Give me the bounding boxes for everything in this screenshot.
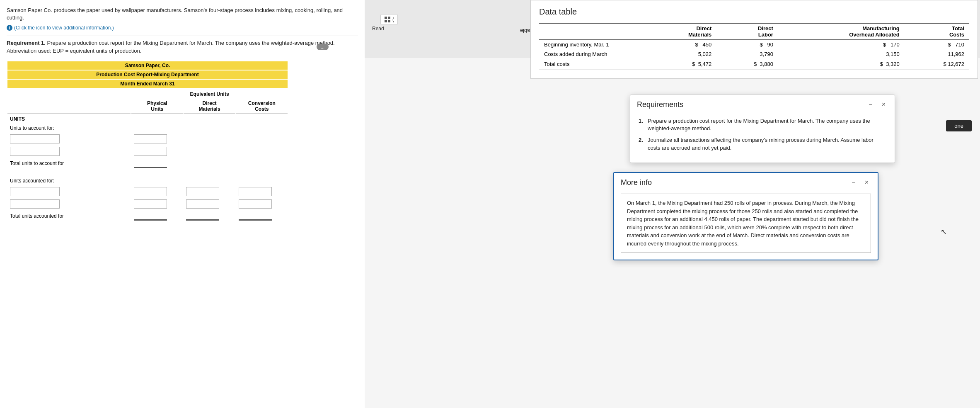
row-total-total: $ 12,672	[905, 59, 969, 70]
input-physical-2[interactable]	[134, 147, 167, 156]
equiv-units-label: Equivalent Units	[131, 89, 288, 98]
col-physical: Physical Units	[131, 99, 183, 114]
spacer-row	[7, 170, 288, 176]
input-row-2[interactable]	[7, 146, 288, 157]
row-label-2: Costs added during March	[539, 49, 647, 59]
accounted-units-1[interactable]	[10, 187, 60, 196]
data-table: DirectMaterials DirectLabor Manufacturin…	[539, 23, 969, 70]
row-dl-2: 3,790	[716, 49, 778, 59]
accounted-units-2[interactable]	[10, 199, 60, 209]
grid-icon	[384, 16, 391, 23]
total-accounted-physical[interactable]	[134, 211, 167, 221]
row-dl-total: $ 3,880	[716, 59, 778, 70]
th-mfg-overhead: ManufacturingOverhead Allocated	[778, 24, 905, 40]
total-units-accounted-row: Total units accounted for	[7, 211, 288, 222]
requirement-text: Requirement 1. Prepare a production cost…	[7, 39, 358, 54]
data-table-total-row: Total costs $ 5,472 $ 3,880 $ 3,320 $ 12…	[539, 59, 969, 70]
row-total-1: $ 710	[905, 40, 969, 50]
input-physical-1[interactable]	[134, 134, 167, 143]
intro-text: Samson Paper Co. produces the paper used…	[7, 7, 358, 22]
accounted-input-row-2[interactable]	[7, 198, 288, 210]
data-table-header-row: DirectMaterials DirectLabor Manufacturin…	[539, 24, 969, 40]
input-units-2[interactable]	[10, 147, 60, 156]
more-info-minimize-button[interactable]: −	[849, 178, 858, 187]
accounted-dm-2[interactable]	[186, 199, 219, 209]
col-direct-materials: Direct Materials	[184, 99, 235, 114]
svg-rect-2	[385, 20, 387, 22]
accounted-conv-1[interactable]	[239, 187, 272, 196]
total-units-label: Total units to account for	[7, 158, 131, 169]
more-info-close-button[interactable]: ×	[862, 178, 871, 187]
total-accounted-label: Total units accounted for	[7, 211, 131, 222]
separator	[7, 36, 358, 36]
req-num-2: 2.	[639, 136, 644, 151]
read-below-text: Read	[372, 26, 384, 32]
cursor-indicator: ↖	[941, 227, 947, 236]
units-accounted-for-label: Units accounted for:	[7, 177, 288, 185]
company-header-row: Samson Paper, Co.	[7, 61, 288, 70]
accounted-dm-1[interactable]	[186, 187, 219, 196]
info-click-text: (Click the icon to view additional infor…	[14, 25, 114, 31]
row-dm-total: $ 5,472	[647, 59, 716, 70]
col-headers-row: Physical Units Direct Materials Conversi…	[7, 99, 288, 114]
requirements-minimize-button[interactable]: −	[866, 100, 875, 109]
more-info-modal-header: More info − ×	[614, 173, 878, 190]
more-info-modal-body: On March 1, the Mixing Department had 25…	[614, 190, 878, 260]
th-total-costs: TotalCosts	[905, 24, 969, 40]
grid-icon-button[interactable]: (	[380, 14, 398, 25]
requirements-modal-title: Requirements	[637, 100, 683, 109]
req-text-1: Prepare a production cost report for the…	[648, 117, 886, 132]
grid-btn-text: (	[392, 17, 394, 22]
more-info-text: On March 1, the Mixing Department had 25…	[627, 200, 859, 247]
row-total-2: 11,962	[905, 49, 969, 59]
accounted-conv-2[interactable]	[239, 199, 272, 209]
row-dl-1: $ 90	[716, 40, 778, 50]
company-name: Samson Paper, Co.	[7, 61, 288, 70]
accounted-physical-2[interactable]	[134, 199, 167, 209]
list-item: 1. Prepare a production cost report for …	[639, 117, 886, 132]
data-table-title: Data table	[539, 7, 969, 17]
svg-rect-1	[388, 17, 390, 19]
total-accounted-conv[interactable]	[239, 211, 272, 221]
row-dm-2: 5,022	[647, 49, 716, 59]
production-cost-table: Samson Paper, Co. Production Cost Report…	[7, 61, 288, 223]
input-row-1[interactable]	[7, 133, 288, 145]
units-label-row: UNITS	[7, 115, 288, 123]
right-panel: ( Data table Read × Data table DirectMat…	[365, 0, 980, 408]
units-accounted-text: Units accounted for:	[7, 177, 288, 185]
more-info-modal-title: More info	[621, 178, 652, 187]
row-mfg-total: $ 3,320	[778, 59, 905, 70]
th-direct-labor: DirectLabor	[716, 24, 778, 40]
requirements-modal-controls: − ×	[866, 100, 888, 109]
svg-rect-0	[385, 17, 387, 19]
main-panel: Samson Paper Co. produces the paper used…	[0, 0, 365, 408]
accounted-input-row-1[interactable]	[7, 186, 288, 197]
accounted-physical-1[interactable]	[134, 187, 167, 196]
table-row: Costs added during March 5,022 3,790 3,1…	[539, 49, 969, 59]
equiv-units-header: Equivalent Units	[7, 89, 288, 98]
col-conversion: Conversion Costs	[236, 99, 288, 114]
total-accounted-dm[interactable]	[186, 211, 219, 221]
th-label	[539, 24, 647, 40]
table-row: Beginning inventory, Mar. 1 $ 450 $ 90 $…	[539, 40, 969, 50]
scroll-indicator[interactable]: ...	[317, 44, 329, 50]
req-text-2: Journalize all transactions affecting th…	[648, 136, 886, 151]
requirements-modal-header: Requirements − ×	[630, 95, 895, 112]
data-table-panel: Data table DirectMaterials DirectLabor M…	[530, 0, 978, 79]
row-mfg-2: 3,150	[778, 49, 905, 59]
total-physical-input[interactable]	[134, 159, 167, 168]
row-label-total: Total costs	[539, 59, 647, 70]
report-title: Production Cost Report-Mixing Department	[7, 70, 288, 79]
info-line: i (Click the icon to view additional inf…	[7, 25, 358, 31]
requirements-close-button[interactable]: ×	[879, 100, 888, 109]
period-label: Month Ended March 31	[7, 80, 288, 88]
more-info-modal: More info − × On March 1, the Mixing Dep…	[613, 172, 878, 260]
units-to-account-for-label: Units to account for:	[7, 124, 288, 132]
info-icon[interactable]: i	[7, 25, 12, 31]
th-direct-materials: DirectMaterials	[647, 24, 716, 40]
requirements-list: 1. Prepare a production cost report for …	[639, 117, 886, 152]
one-button[interactable]: one	[946, 120, 972, 131]
requirements-modal-body: 1. Prepare a production cost report for …	[630, 112, 895, 163]
input-units-1[interactable]	[10, 134, 60, 143]
list-item: 2. Journalize all transactions affecting…	[639, 136, 886, 151]
